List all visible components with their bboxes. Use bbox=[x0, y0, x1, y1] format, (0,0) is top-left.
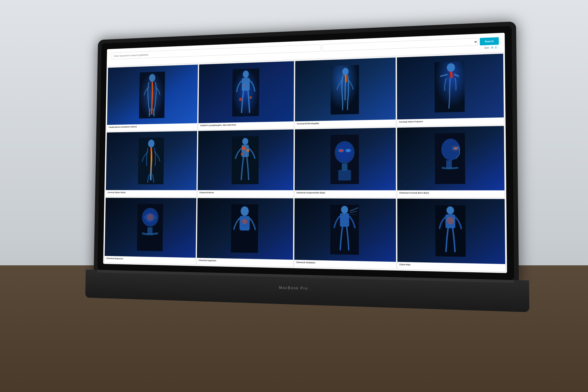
laptop-wrapper: Search Sort : A - Z ↑ bbox=[84, 21, 530, 358]
app-content: Search Sort : A - Z ↑ bbox=[103, 33, 507, 273]
card-8-image bbox=[397, 126, 505, 190]
card-5[interactable]: Cervical Spine Strain bbox=[106, 131, 197, 197]
laptop-body: Search Sort : A - Z ↑ bbox=[84, 21, 530, 358]
svg-rect-47 bbox=[340, 213, 349, 227]
laptop-lid: Search Sort : A - Z ↑ bbox=[94, 22, 519, 284]
card-1-image bbox=[107, 65, 198, 125]
svg-rect-34 bbox=[446, 160, 452, 168]
card-4-image bbox=[397, 54, 504, 120]
card-2[interactable]: Cellulitis (Lymphangitis, Skin Infection… bbox=[198, 61, 294, 130]
card-11-image bbox=[294, 198, 396, 262]
card-7-image bbox=[295, 128, 396, 190]
card-3-image bbox=[295, 58, 396, 121]
card-8-label: Chemical Corneal Burn (Eye) bbox=[397, 190, 505, 198]
card-9-image bbox=[105, 198, 196, 258]
card-6-label: Chemical Burns bbox=[198, 190, 293, 197]
search-button[interactable]: Search bbox=[480, 37, 499, 45]
card-4[interactable]: Cervical Spine Fracture bbox=[397, 54, 504, 126]
card-3[interactable]: Cervical Radiculopathy bbox=[295, 57, 396, 128]
svg-rect-4 bbox=[242, 78, 250, 91]
card-1[interactable]: Cauda Equina Syndrome (Spine) bbox=[107, 64, 198, 132]
card-9[interactable]: Chemical Exposure bbox=[104, 198, 196, 265]
card-2-image bbox=[199, 61, 294, 123]
card-7[interactable]: Chemical Conjunctivitis (Eye) bbox=[294, 128, 396, 198]
svg-rect-39 bbox=[147, 227, 152, 234]
card-7-label: Chemical Conjunctivitis (Eye) bbox=[295, 190, 396, 197]
card-6-image bbox=[198, 130, 294, 190]
macbook-label: MacBook Pro bbox=[279, 286, 308, 291]
card-10-image bbox=[197, 198, 293, 260]
cards-grid: Cauda Equina Syndrome (Spine) bbox=[103, 52, 507, 273]
card-11[interactable]: Chemical Inhalation bbox=[294, 198, 396, 269]
sort-value: A - Z bbox=[491, 46, 497, 49]
svg-point-44 bbox=[242, 219, 247, 224]
card-5-label: Cervical Spine Strain bbox=[106, 190, 196, 196]
svg-rect-28 bbox=[338, 170, 351, 180]
screen-bezel: Search Sort : A - Z ↑ bbox=[97, 26, 514, 280]
svg-point-46 bbox=[341, 206, 348, 214]
card-12[interactable]: Chest Pain bbox=[397, 198, 506, 272]
laptop-screen: Search Sort : A - Z ↑ bbox=[103, 33, 507, 273]
card-8[interactable]: Chemical Corneal Burn (Eye) bbox=[397, 126, 505, 198]
card-12-image bbox=[397, 198, 505, 264]
svg-rect-27 bbox=[342, 164, 347, 170]
card-10[interactable]: Chemical Ingestion bbox=[196, 198, 293, 267]
card-5-image bbox=[106, 131, 197, 190]
card-6[interactable]: Chemical Burns bbox=[197, 129, 294, 197]
sort-direction-icon[interactable]: ↑ bbox=[498, 46, 499, 49]
sort-label: Sort : bbox=[485, 46, 490, 49]
scene: Search Sort : A - Z ↑ bbox=[0, 0, 588, 392]
